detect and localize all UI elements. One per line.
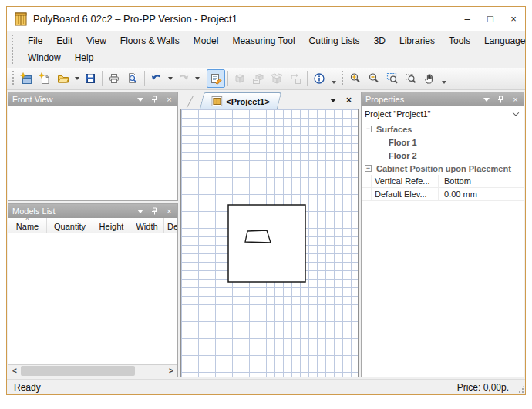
redo-button[interactable] [174, 69, 193, 88]
collapse-icon[interactable]: − [365, 126, 372, 132]
menu-view[interactable]: View [79, 33, 113, 49]
info-icon [313, 72, 325, 85]
models-list-pin-button[interactable] [149, 206, 160, 216]
column-header-name[interactable]: ^ Name [8, 218, 47, 233]
open-dropdown-button[interactable] [72, 69, 81, 88]
save-icon [84, 72, 96, 85]
menu-3d[interactable]: 3D [367, 33, 392, 49]
models-list-close-button[interactable]: × [163, 206, 175, 216]
menu-model[interactable]: Model [187, 33, 226, 49]
pin-icon [151, 96, 158, 103]
open-button[interactable] [54, 69, 72, 88]
front-view-menu-button[interactable] [134, 94, 146, 105]
column-header-height[interactable]: Height [93, 218, 130, 233]
tab-project1[interactable]: <Project1> [200, 92, 282, 109]
redo-dropdown-button[interactable] [193, 69, 201, 88]
open-folder-icon [57, 72, 69, 85]
menu-bar: File Edit View Floors & Walls Model Meas… [7, 31, 525, 68]
undo-icon [150, 72, 163, 85]
app-icon [14, 12, 28, 26]
right-dock: Properties × Project "Project1" [361, 92, 524, 377]
front-view-close-button[interactable]: × [163, 94, 175, 105]
column-header-quantity[interactable]: Quantity [47, 218, 93, 233]
scroll-right-button[interactable]: > [165, 365, 177, 377]
properties-header[interactable]: Properties × [362, 92, 524, 106]
resize-grip[interactable] [515, 384, 525, 394]
new-model-button[interactable] [35, 69, 54, 88]
zoom-window-button[interactable] [383, 69, 402, 88]
toolbar-separator [307, 71, 308, 86]
tab-close-button[interactable]: × [343, 94, 355, 106]
property-value[interactable]: Bottom [439, 175, 524, 187]
menu-measuring-tool[interactable]: Measuring Tool [225, 33, 301, 49]
pin-icon [497, 96, 504, 103]
zoom-in-icon [349, 72, 362, 85]
minimize-button[interactable]: – [456, 7, 479, 31]
object-selector-combo[interactable]: Project "Project1" [362, 106, 524, 122]
room-outline[interactable] [228, 205, 305, 282]
menu-libraries[interactable]: Libraries [392, 33, 442, 49]
open-cube-3d-button[interactable] [268, 69, 286, 88]
scene-3d-button[interactable] [249, 69, 268, 88]
front-view-header[interactable]: Front View × [8, 92, 177, 106]
scrollbar-thumb[interactable] [21, 366, 135, 376]
toolbar-grip[interactable] [12, 71, 14, 86]
export-model-button[interactable] [286, 69, 305, 88]
pan-button[interactable] [420, 69, 439, 88]
title-bar[interactable]: PolyBoard 6.02c2 – Pro-PP Version - Proj… [7, 7, 525, 31]
zoom-toolbar-grip[interactable] [342, 71, 343, 86]
undo-button[interactable] [147, 69, 166, 88]
properties-close-button[interactable]: × [510, 94, 521, 105]
zoom-in-button[interactable] [346, 69, 365, 88]
menu-cutting-lists[interactable]: Cutting Lists [302, 33, 367, 49]
property-value[interactable]: 0.00 mm [439, 188, 524, 200]
new-project-button[interactable] [17, 69, 35, 88]
scroll-left-button[interactable]: < [8, 365, 21, 377]
maximize-button[interactable]: □ [479, 7, 502, 31]
menu-window[interactable]: Window [21, 50, 68, 65]
info-button[interactable] [310, 69, 328, 88]
properties-button[interactable] [207, 69, 225, 88]
open-cube-3d-icon [271, 72, 283, 85]
chevron-down-icon [137, 98, 143, 102]
undo-dropdown-button[interactable] [166, 69, 174, 88]
cube-3d-button[interactable] [231, 69, 249, 88]
print-preview-button[interactable] [123, 69, 142, 88]
menu-edit[interactable]: Edit [49, 33, 79, 49]
toolbar-separator [102, 71, 103, 86]
plan-canvas[interactable] [180, 109, 359, 377]
collapse-icon[interactable]: − [365, 165, 372, 172]
column-header-depth[interactable]: Dep [164, 218, 177, 233]
zoom-toolbar-overflow-button[interactable] [439, 69, 449, 89]
property-name: Vertical Refe... [372, 175, 439, 187]
menu-help[interactable]: Help [68, 50, 101, 65]
menu-tools[interactable]: Tools [442, 33, 477, 49]
properties-pin-button[interactable] [495, 94, 507, 105]
properties-menu-button[interactable] [480, 94, 492, 105]
tabbar-buttons: × [327, 92, 359, 109]
models-list-body[interactable] [8, 233, 177, 364]
toolbar-overflow-button[interactable] [328, 69, 338, 89]
zoom-extents-button[interactable] [402, 69, 420, 88]
front-view-canvas[interactable] [8, 106, 177, 200]
column-header-width[interactable]: Width [130, 218, 164, 233]
window-title: PolyBoard 6.02c2 – Pro-PP Version - Proj… [33, 13, 237, 25]
toolbar-separator [204, 71, 204, 86]
models-list-header[interactable]: Models List × [8, 204, 177, 218]
close-button[interactable]: × [502, 7, 525, 31]
cabinet-shape[interactable] [245, 230, 271, 243]
zoom-out-button[interactable] [365, 69, 383, 88]
menu-file[interactable]: File [21, 33, 49, 49]
save-button[interactable] [81, 69, 99, 88]
models-list-menu-button[interactable] [134, 206, 146, 216]
menu-floors-walls[interactable]: Floors & Walls [113, 33, 187, 49]
menubar-grip[interactable] [12, 35, 13, 64]
models-list-panel: Models List × ^ Name [8, 203, 178, 377]
tab-list-dropdown-button[interactable] [327, 94, 338, 106]
tree-item-floor1[interactable]: Floor 1 [362, 136, 524, 149]
tree-item-floor2[interactable]: Floor 2 [362, 149, 524, 162]
menu-language[interactable]: Language [477, 33, 532, 49]
print-button[interactable] [105, 69, 123, 88]
pan-hand-icon [423, 72, 436, 85]
front-view-pin-button[interactable] [149, 94, 160, 105]
